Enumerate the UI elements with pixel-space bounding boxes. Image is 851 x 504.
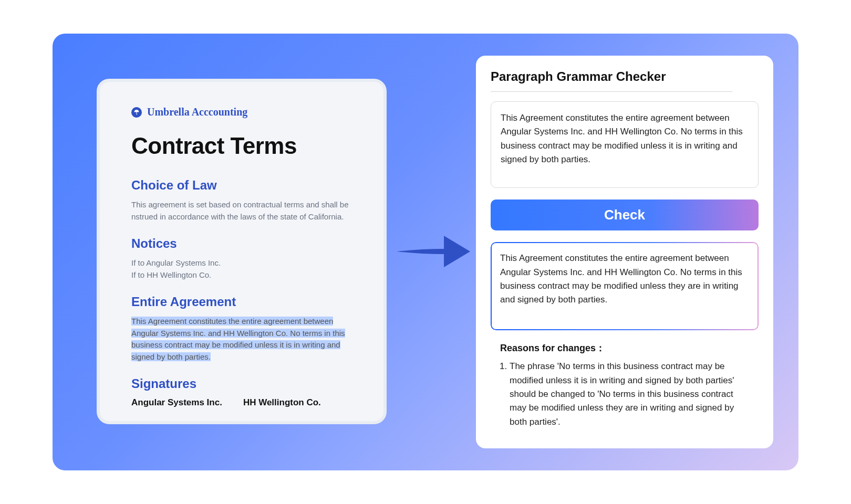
- highlighted-paragraph[interactable]: This Agreement constitutes the entire ag…: [131, 317, 345, 361]
- notice-line-2: If to HH Wellington Co.: [131, 269, 352, 281]
- signatures-row: Angular Systems Inc. HH Wellington Co.: [131, 397, 352, 408]
- contract-title: Contract Terms: [131, 133, 352, 159]
- contract-card: Umbrella Acccounting Contract Terms Choi…: [97, 79, 387, 424]
- umbrella-icon: [131, 107, 142, 118]
- output-textarea: This Agreement constitutes the entire ag…: [491, 242, 759, 330]
- brand-name: Umbrella Acccounting: [147, 106, 247, 118]
- arrow-right-icon: [394, 228, 473, 275]
- reason-item: The phrase 'No terms in this business co…: [510, 360, 751, 429]
- input-textarea[interactable]: This Agreement constitutes the entire ag…: [491, 101, 759, 188]
- section-heading-entire: Entire Agreement: [131, 295, 352, 309]
- brand-row: Umbrella Acccounting: [131, 106, 352, 118]
- canvas: Umbrella Acccounting Contract Terms Choi…: [53, 34, 798, 470]
- signature-2: HH Wellington Co.: [243, 397, 321, 408]
- reasons-label: Reasons for changes：: [491, 342, 759, 354]
- section-body-notices: If to Angular Systems Inc. If to HH Well…: [131, 257, 352, 281]
- grammar-checker-card: Paragraph Grammar Checker This Agreement…: [476, 56, 773, 448]
- section-heading-choice: Choice of Law: [131, 178, 352, 193]
- check-button[interactable]: Check: [491, 200, 759, 230]
- section-heading-signatures: Signatures: [131, 376, 352, 391]
- notice-line-1: If to Angular Systems Inc.: [131, 257, 352, 269]
- section-body-choice: This agreement is set based on contractu…: [131, 199, 352, 223]
- reasons-list: The phrase 'No terms in this business co…: [491, 360, 759, 429]
- section-body-entire[interactable]: This Agreement constitutes the entire ag…: [131, 316, 352, 363]
- checker-title: Paragraph Grammar Checker: [491, 69, 732, 92]
- section-heading-notices: Notices: [131, 236, 352, 251]
- signature-1: Angular Systems Inc.: [131, 397, 222, 408]
